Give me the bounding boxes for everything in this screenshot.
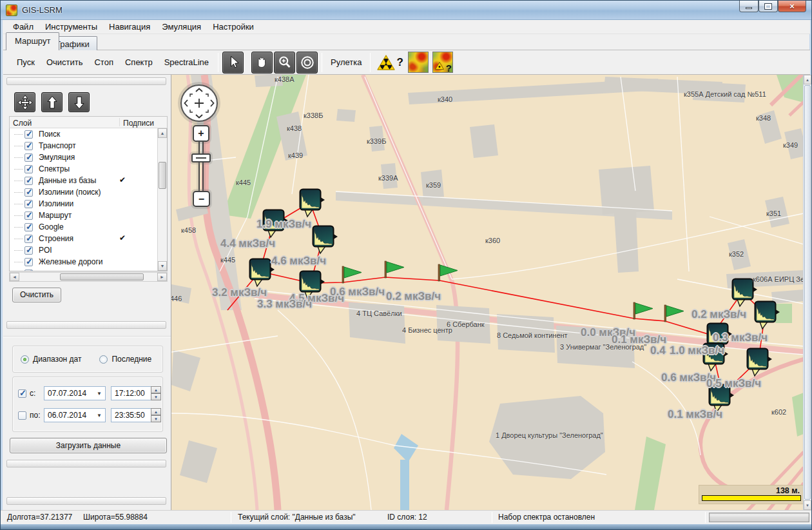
date-range-radio[interactable] xyxy=(21,355,29,364)
layer-checkbox[interactable] xyxy=(24,235,33,243)
layer-row[interactable]: Железные дороги xyxy=(10,256,167,268)
menu-item-1[interactable]: Файл xyxy=(7,21,39,33)
spectrum-marker[interactable] xyxy=(300,190,325,217)
layer-up-button[interactable] xyxy=(41,92,63,112)
zoom-tool-button[interactable] xyxy=(274,52,295,74)
menu-item-4[interactable]: Эмуляция xyxy=(156,21,207,33)
layer-checkbox[interactable] xyxy=(24,270,33,272)
flag-marker[interactable] xyxy=(664,305,684,322)
scroll-up-icon[interactable]: ▲ xyxy=(158,128,167,138)
to-time-spinner[interactable]: ▲ ▼ xyxy=(151,408,161,422)
heatmap-button[interactable] xyxy=(408,52,429,73)
splitter-strip[interactable] xyxy=(6,497,166,505)
radiation-help-button[interactable]: ? xyxy=(376,54,403,72)
from-date-combo[interactable]: 07.07.2014 ▼ xyxy=(44,386,106,400)
pan-tool-button[interactable] xyxy=(251,52,273,74)
spin-down-icon[interactable]: ▼ xyxy=(151,393,161,400)
menu-item-2[interactable]: Инструменты xyxy=(39,21,103,33)
scroll-thumb[interactable] xyxy=(804,85,811,500)
layer-row[interactable]: Данные из базы✔ xyxy=(10,175,167,186)
select-tool-button[interactable] xyxy=(222,52,244,74)
toolbar-button-очистить[interactable]: Очистить xyxy=(41,55,89,70)
scroll-thumb[interactable] xyxy=(60,273,144,280)
circle-tool-button[interactable] xyxy=(296,52,318,74)
map-pan-control[interactable] xyxy=(180,84,218,122)
map-view[interactable]: школа №516к355А Детский сад №511к438Ак34… xyxy=(171,75,811,510)
layer-checkbox[interactable] xyxy=(24,165,33,173)
layer-row[interactable]: Спектры xyxy=(10,163,167,175)
flag-marker[interactable] xyxy=(385,261,404,278)
layer-down-button[interactable] xyxy=(68,92,90,112)
heatmap-radiation-button[interactable]: ? xyxy=(432,52,453,73)
layer-row[interactable]: Google xyxy=(10,221,167,233)
menu-item-3[interactable]: Навигация xyxy=(103,21,156,33)
spectrum-marker[interactable] xyxy=(264,210,289,238)
layer-row[interactable]: Поиск xyxy=(10,128,167,140)
layer-list-horizontal-scrollbar[interactable]: ◄ ► xyxy=(9,272,168,282)
spin-down-icon[interactable]: ▼ xyxy=(151,415,161,422)
layer-checkbox[interactable] xyxy=(24,177,33,185)
toolbar-button-стоп[interactable]: Стоп xyxy=(88,55,119,70)
scroll-thumb[interactable] xyxy=(159,162,166,189)
spin-up-icon[interactable]: ▲ xyxy=(151,408,161,415)
close-button[interactable]: × xyxy=(778,1,806,12)
maximize-button[interactable] xyxy=(759,1,778,12)
spectrum-marker[interactable] xyxy=(250,259,275,287)
tab-маршрут[interactable]: Маршрут xyxy=(6,32,59,50)
from-time-spinner[interactable]: ▲ ▼ xyxy=(151,386,161,400)
layer-checkbox[interactable] xyxy=(24,211,33,220)
from-time-field[interactable]: 17:12:00 xyxy=(111,386,151,400)
toolbar-button-spectraline[interactable]: SpectraLine xyxy=(159,55,215,70)
layer-row[interactable]: Изолинии xyxy=(10,198,167,210)
clear-layers-button[interactable]: Очистить xyxy=(12,288,61,302)
splitter-strip[interactable] xyxy=(6,460,166,467)
splitter-strip[interactable] xyxy=(6,321,166,329)
layer-row[interactable] xyxy=(10,268,167,271)
to-checkbox[interactable] xyxy=(18,411,26,420)
toolbar-button-спектр[interactable]: Спектр xyxy=(119,55,159,70)
layer-row[interactable]: Изолинии (поиск) xyxy=(10,186,167,198)
layer-checkbox[interactable] xyxy=(24,258,33,266)
layer-checkbox[interactable] xyxy=(24,142,33,150)
scroll-left-icon[interactable]: ◄ xyxy=(10,273,19,281)
to-time-field[interactable]: 23:35:50 xyxy=(111,408,151,422)
layer-checkbox[interactable] xyxy=(24,223,33,231)
map-vertical-scrollbar[interactable]: ▲ ▼ xyxy=(803,75,811,510)
spectrum-marker[interactable] xyxy=(300,271,325,299)
layer-row[interactable]: Эмуляция xyxy=(10,152,167,163)
layer-row[interactable]: Маршрут xyxy=(10,210,167,221)
latest-radio[interactable] xyxy=(99,355,108,364)
from-checkbox[interactable] xyxy=(18,389,26,398)
to-date-combo[interactable]: 06.07.2014 ▼ xyxy=(44,408,106,422)
toolbar-button-пуск[interactable]: Пуск xyxy=(11,55,41,70)
layer-checkbox[interactable] xyxy=(24,246,33,255)
spectrum-marker[interactable] xyxy=(313,226,338,254)
splitter-strip[interactable] xyxy=(6,77,166,85)
zoom-slider-handle[interactable] xyxy=(191,153,211,162)
layer-checkbox[interactable] xyxy=(24,188,33,197)
layer-checkbox[interactable] xyxy=(24,130,33,139)
load-data-button[interactable]: Загрузить данные xyxy=(10,438,167,453)
layer-row[interactable]: POI xyxy=(10,244,167,256)
map-canvas[interactable] xyxy=(171,75,804,510)
spin-up-icon[interactable]: ▲ xyxy=(151,386,161,393)
scroll-down-icon[interactable]: ▼ xyxy=(158,261,167,271)
zoom-in-button[interactable]: + xyxy=(193,125,209,142)
layer-row[interactable]: Транспорт xyxy=(10,140,167,152)
zoom-out-button[interactable]: − xyxy=(193,191,210,207)
scroll-down-icon[interactable]: ▼ xyxy=(804,500,811,510)
layer-checkbox[interactable] xyxy=(24,153,33,162)
layer-list-vertical-scrollbar[interactable]: ▲ ▼ xyxy=(157,128,167,271)
spectrum-marker[interactable] xyxy=(755,302,780,329)
scroll-right-icon[interactable]: ► xyxy=(157,273,167,281)
ruler-button[interactable]: Рулетка xyxy=(325,55,367,70)
spectrum-marker[interactable] xyxy=(710,385,735,413)
layer-row[interactable]: Строения✔ xyxy=(10,233,167,244)
zoom-slider-track[interactable] xyxy=(198,142,204,192)
flag-marker[interactable] xyxy=(633,302,653,319)
menu-item-5[interactable]: Настройки xyxy=(207,21,260,33)
move-layer-button[interactable] xyxy=(14,92,35,112)
minimize-button[interactable] xyxy=(739,1,759,12)
scroll-up-icon[interactable]: ▲ xyxy=(804,75,811,84)
layer-checkbox[interactable] xyxy=(24,200,33,208)
